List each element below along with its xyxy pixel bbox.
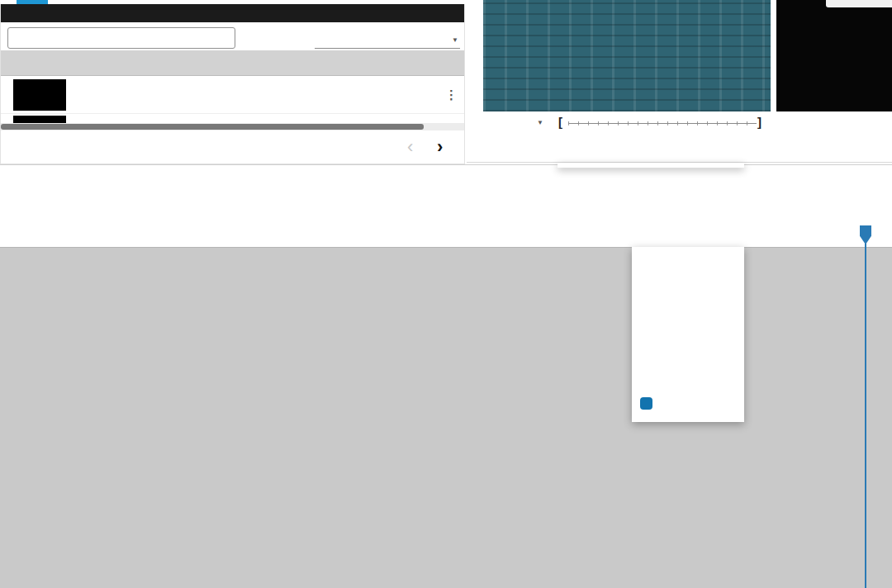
horizontal-scrollbar[interactable] <box>1 123 464 130</box>
browse-panel-title <box>1 4 464 22</box>
timeline-toolbar <box>0 165 892 216</box>
media-table-header <box>1 50 464 76</box>
media-thumbnail[interactable] <box>13 79 66 111</box>
more-vert-icon[interactable]: ⋮ <box>445 76 458 114</box>
program-video-frame[interactable] <box>776 0 892 111</box>
scrubber-in-bracket[interactable]: [ <box>558 115 562 129</box>
media-type-select[interactable]: ▼ <box>249 26 460 50</box>
scrollbar-thumb[interactable] <box>1 124 424 130</box>
monitor-context-menu <box>558 163 744 168</box>
source-scrubber[interactable] <box>568 120 757 126</box>
scrubber-out-bracket[interactable]: ] <box>757 115 762 129</box>
mix-channel-panel <box>632 247 744 422</box>
source-video-frame[interactable] <box>483 0 771 111</box>
timeline-ruler[interactable] <box>124 216 892 248</box>
search-input[interactable] <box>8 28 205 48</box>
chevron-left-icon[interactable]: ‹ <box>407 136 413 158</box>
search-box[interactable] <box>7 27 235 49</box>
timeline-timecode <box>0 216 124 248</box>
media-type-value-wrap[interactable]: ▼ <box>315 44 460 49</box>
double-singles-row[interactable] <box>640 396 659 410</box>
media-table-row[interactable]: ⋮ <box>1 76 464 114</box>
caret-down-icon[interactable]: ▼ <box>452 36 458 44</box>
double-singles-checkbox[interactable] <box>640 397 652 410</box>
chevron-right-icon[interactable]: › <box>437 136 443 158</box>
search-icon[interactable] <box>217 32 230 45</box>
playhead-line <box>865 244 866 588</box>
caret-down-icon[interactable]: ▼ <box>537 119 543 126</box>
program-overlay-timecode <box>826 0 892 7</box>
timeline-tracks <box>0 248 892 588</box>
video-editor-app: ▼ ⋮ ‹ › <box>0 0 892 588</box>
pagination-bar: ‹ › <box>1 130 464 164</box>
media-thumbnail-partial[interactable] <box>13 116 66 123</box>
browse-content-panel: ▼ ⋮ ‹ › <box>0 4 465 164</box>
